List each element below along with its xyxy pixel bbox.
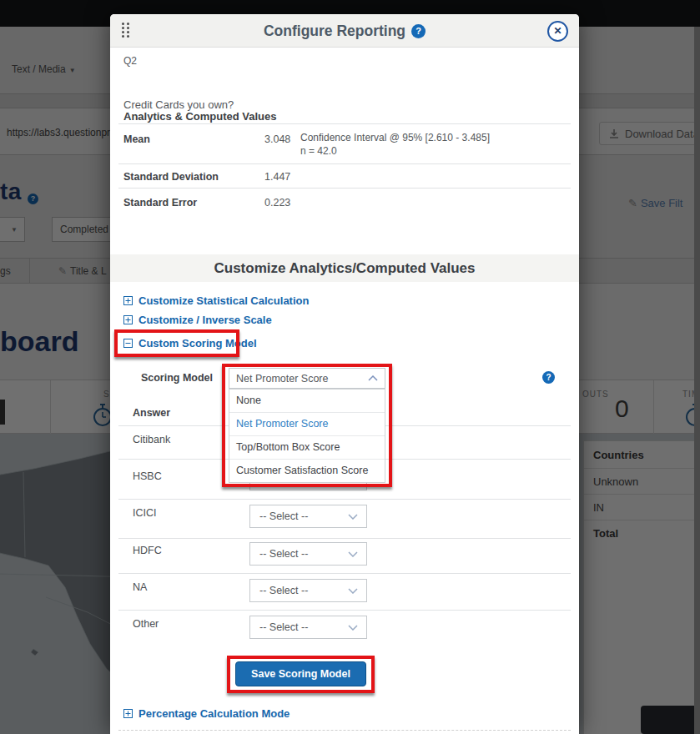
section-inverse-scale[interactable]: Customize / Inverse Scale: [123, 314, 272, 326]
analytics-header: Analytics & Computed Values: [123, 110, 277, 123]
hdfc-select[interactable]: -- Select --: [249, 542, 367, 566]
stat-row-label: Standard Error: [123, 197, 197, 209]
section-label: Customize Statistical Calculation: [138, 294, 309, 307]
expand-icon: [123, 315, 133, 324]
row-divider: [118, 610, 571, 611]
chevron-up-icon: [368, 375, 378, 381]
chevron-down-icon: [348, 625, 358, 631]
stat-row-value: 0.223: [264, 197, 290, 209]
other-select[interactable]: -- Select --: [249, 616, 367, 639]
scoring-model-selected-value: Net Promoter Score: [236, 373, 328, 385]
option-net-promoter-score[interactable]: Net Promoter Score: [229, 413, 385, 436]
dashed-divider: [118, 730, 571, 731]
confidence-interval-note: Confidence Interval @ 95% [2.610 - 3.485…: [300, 131, 490, 144]
help-icon[interactable]: ?: [542, 371, 555, 384]
answer-row-label: NA: [133, 581, 147, 593]
stat-row-value: 1.447: [264, 171, 290, 183]
section-percentage-calculation[interactable]: Percentage Calculation Mode: [123, 707, 290, 720]
sample-size-note: n = 42.0: [300, 144, 337, 158]
answer-row-label: Other: [133, 618, 159, 630]
modal-header: Configure Reporting ? ✕: [110, 14, 579, 48]
option-customer-satisfaction-score[interactable]: Customer Satisfaction Score: [229, 460, 385, 483]
section-statistical-calculation[interactable]: Customize Statistical Calculation: [123, 294, 309, 307]
row-divider: [118, 499, 571, 500]
modal-title-row: Configure Reporting ?: [110, 14, 579, 48]
na-select[interactable]: -- Select --: [249, 579, 367, 602]
select-placeholder: -- Select --: [259, 621, 308, 633]
question-code: Q2: [123, 55, 137, 67]
option-none[interactable]: None: [229, 390, 385, 413]
chevron-down-icon: [348, 514, 358, 520]
section-label: Customize / Inverse Scale: [138, 314, 272, 326]
save-scoring-model-button[interactable]: Save Scoring Model Values: [235, 661, 366, 686]
chevron-down-icon: [348, 551, 358, 557]
section-label: Percentage Calculation Mode: [138, 707, 290, 720]
help-icon[interactable]: ?: [411, 24, 426, 38]
stat-row-label: Mean: [123, 133, 150, 145]
answer-row-label: HDFC: [133, 545, 162, 556]
icici-select[interactable]: -- Select --: [249, 505, 367, 528]
close-icon: ✕: [553, 25, 562, 37]
select-placeholder: -- Select --: [259, 548, 308, 560]
row-divider: [118, 573, 571, 574]
stat-row-value: 3.048: [264, 133, 290, 145]
select-placeholder: -- Select --: [259, 585, 308, 596]
scoring-model-options: None Net Promoter Score Top/Bottom Box S…: [229, 389, 385, 483]
select-placeholder: -- Select --: [259, 510, 308, 522]
expand-icon: [123, 296, 133, 305]
scoring-model-select[interactable]: Net Promoter Score: [229, 368, 385, 389]
answer-column-header: Answer: [133, 407, 170, 419]
chevron-down-icon: [348, 588, 358, 594]
question-text: Credit Cards you own?: [123, 98, 234, 111]
table-divider: [118, 123, 571, 124]
customize-section-header: Customize Analytics/Computed Values: [110, 254, 579, 282]
answer-row-label: HSBC: [133, 470, 162, 482]
modal-title: Configure Reporting: [264, 23, 405, 40]
stat-row-label: Standard Deviation: [123, 171, 219, 183]
expand-icon: [123, 709, 133, 718]
row-divider: [118, 538, 571, 539]
configure-reporting-modal: Configure Reporting ? ✕ Q2 Credit Cards …: [110, 14, 579, 734]
answer-row-label: ICICI: [133, 507, 156, 519]
close-button[interactable]: ✕: [547, 21, 568, 42]
option-top-bottom-box-score[interactable]: Top/Bottom Box Score: [229, 436, 385, 460]
answer-row-label: Citibank: [133, 434, 170, 445]
table-divider: [118, 188, 571, 189]
collapse-icon: [123, 339, 133, 348]
scoring-model-label: Scoring Model: [123, 372, 213, 384]
section-custom-scoring-model[interactable]: Custom Scoring Model: [123, 337, 257, 349]
table-divider: [118, 163, 571, 164]
section-label: Custom Scoring Model: [138, 337, 257, 349]
